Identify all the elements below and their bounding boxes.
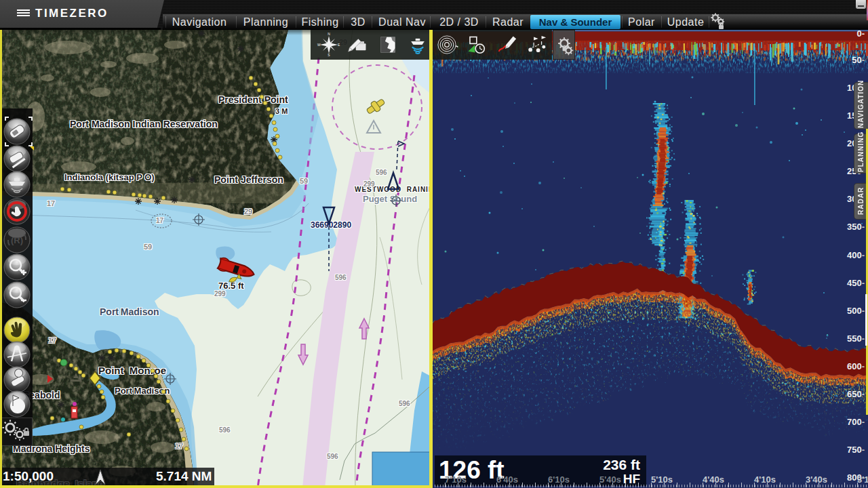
svg-text:W: W bbox=[317, 43, 321, 47]
svg-text:E: E bbox=[338, 43, 340, 47]
svg-text:(R): (R) bbox=[11, 235, 23, 245]
svg-text:N: N bbox=[328, 33, 330, 36]
svg-text:S: S bbox=[328, 54, 330, 57]
